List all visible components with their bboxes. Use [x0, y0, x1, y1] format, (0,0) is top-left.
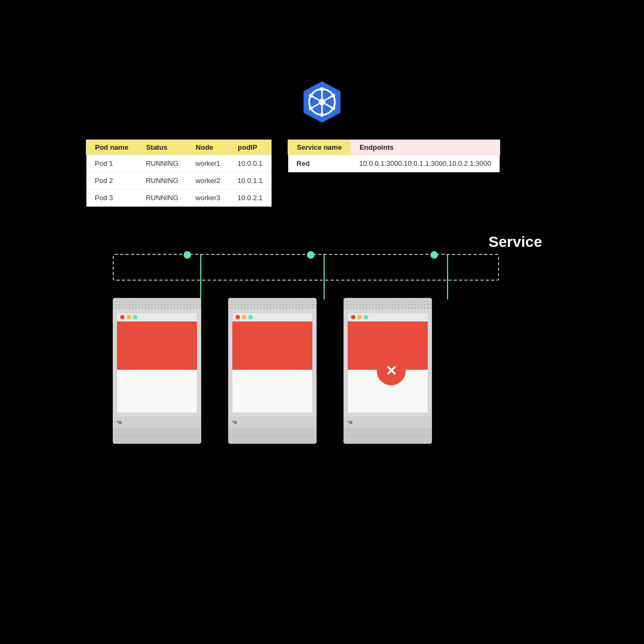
pod-table: Pod name Status Node podIP Pod 1 RUNNING…: [86, 140, 272, 207]
pod-rack-bar: [229, 428, 316, 436]
pod-status-cell: RUNNING: [137, 189, 187, 207]
pod-screen-header: [117, 313, 197, 321]
pod-screen-2: [232, 312, 313, 413]
diagram-area: Service: [86, 233, 558, 545]
svg-rect-23: [234, 423, 235, 424]
pod-rack-bar-2: [113, 436, 201, 443]
pod-bottom-bar-3: [344, 416, 431, 428]
svg-rect-19: [120, 423, 121, 424]
pod-ip-cell: 10.0.2.1: [229, 189, 272, 207]
connection-dot-mid: [307, 251, 314, 259]
status-header: Status: [137, 140, 187, 155]
docker-icon: [347, 419, 355, 426]
pod-device-2: [228, 298, 317, 444]
svg-rect-29: [351, 423, 352, 424]
pod-node-cell: worker3: [187, 189, 229, 207]
pod-rack-bar: [113, 428, 201, 436]
pod-rack-bar-2: [344, 436, 431, 443]
dot-red-icon: [236, 315, 240, 319]
pod-white-content: [117, 370, 197, 413]
endpoints-cell: 10.0.0.1:3000,10.0.1.1:3000,10.0.2.1:300…: [350, 155, 500, 172]
pod-device-3: ✕: [343, 298, 432, 444]
vline-mid: [324, 254, 325, 299]
pod-rack-bar: [344, 428, 431, 436]
dot-yellow-icon: [357, 315, 362, 319]
pod-bottom-bar-2: [229, 416, 316, 428]
table-row: Red 10.0.0.1:3000,10.0.1.1:3000,10.0.2.1…: [288, 155, 500, 172]
pod-ip-cell: 10.0.0.1: [229, 155, 272, 172]
svg-rect-18: [119, 423, 120, 424]
pod-node-cell: worker1: [187, 155, 229, 172]
pod-screen-1: [116, 312, 197, 413]
vline-left: [200, 254, 201, 299]
service-table: Service name Endpoints Red 10.0.0.1:3000…: [288, 140, 500, 172]
pod-status-cell: RUNNING: [137, 172, 187, 189]
pod-red-content: [117, 321, 197, 370]
docker-icon: [232, 419, 239, 426]
svg-rect-27: [351, 421, 352, 422]
svg-rect-20: [232, 421, 233, 422]
dot-red-icon: [351, 315, 355, 319]
svg-rect-16: [119, 421, 120, 422]
svg-rect-24: [236, 423, 237, 424]
svg-rect-25: [348, 421, 349, 422]
dot-yellow-icon: [242, 315, 246, 319]
svg-point-1: [319, 99, 326, 106]
pod-name-cell: Pod 1: [86, 155, 137, 172]
pod-name-cell: Pod 2: [86, 172, 137, 189]
table-row: Pod 1 RUNNING worker1 10.0.0.1: [86, 155, 272, 172]
dot-red-icon: [120, 315, 125, 319]
svg-rect-26: [349, 421, 350, 422]
pod-rack-bar-2: [229, 436, 316, 443]
error-circle: ✕: [377, 356, 406, 385]
dot-green-icon: [133, 315, 137, 319]
pod-device-top: [113, 298, 201, 309]
svg-rect-15: [117, 421, 118, 422]
table-row: Pod 2 RUNNING worker2 10.0.1.1: [86, 172, 272, 189]
svg-rect-22: [236, 421, 237, 422]
service-name-cell: Red: [288, 155, 351, 172]
svg-point-11: [331, 93, 335, 97]
pod-screen-header: [232, 313, 312, 321]
svg-point-14: [309, 93, 313, 97]
svg-point-12: [309, 106, 313, 110]
pod-device-top: [344, 298, 431, 309]
docker-icon: [116, 419, 124, 426]
pod-node-cell: worker2: [187, 172, 229, 189]
pod-ip-cell: 10.0.1.1: [229, 172, 272, 189]
tables-area: Pod name Status Node podIP Pod 1 RUNNING…: [86, 140, 558, 207]
pod-ip-header: podIP: [229, 140, 272, 155]
pod-device-top: [229, 298, 316, 309]
svg-point-13: [331, 106, 335, 110]
connection-dot-left: [184, 251, 191, 259]
node-header: Node: [187, 140, 229, 155]
pod-bottom-bar-1: [113, 416, 201, 428]
svg-rect-21: [234, 421, 235, 422]
vline-right: [447, 254, 448, 299]
pod-red-content: [232, 321, 312, 370]
pod-white-content: [232, 370, 312, 413]
svg-rect-17: [120, 421, 121, 422]
dot-yellow-icon: [127, 315, 131, 319]
dot-green-icon: [248, 315, 253, 319]
svg-rect-28: [349, 423, 350, 424]
svg-point-10: [320, 113, 324, 116]
pods-row: ✕: [113, 298, 432, 444]
table-row-highlighted: Pod 3 RUNNING worker3 10.0.2.1: [86, 189, 272, 207]
service-dashed-box: [113, 254, 499, 281]
pod-name-cell: Pod 3: [86, 189, 137, 207]
pod-status-cell: RUNNING: [137, 155, 187, 172]
endpoints-header: Endpoints: [350, 140, 500, 155]
pod-name-header: Pod name: [86, 140, 137, 155]
dot-green-icon: [364, 315, 368, 319]
pod-screen-header: [348, 313, 428, 321]
service-name-header: Service name: [288, 140, 351, 155]
service-label: Service: [488, 233, 542, 251]
svg-point-9: [320, 87, 324, 91]
connection-dot-right: [430, 251, 438, 259]
kubernetes-logo: [86, 80, 558, 123]
pod-device-1: [113, 298, 201, 444]
error-x-icon: ✕: [385, 364, 397, 378]
